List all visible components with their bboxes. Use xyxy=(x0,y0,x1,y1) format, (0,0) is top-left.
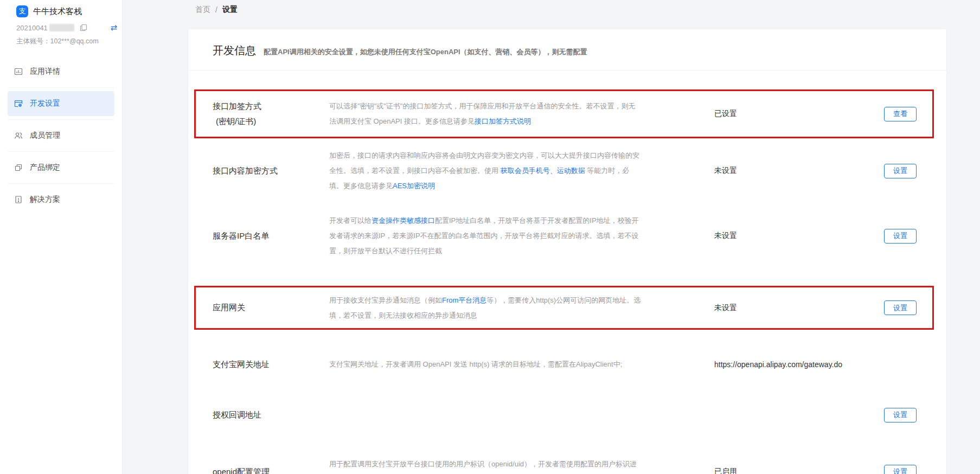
settings-row-auth-callback-url: 授权回调地址 设置 xyxy=(188,390,946,439)
inline-link[interactable]: AES加密说明 xyxy=(393,182,435,190)
row-label: 应用网关 xyxy=(213,300,329,316)
members-icon xyxy=(14,131,23,140)
alipay-logo-icon: 支 xyxy=(16,5,28,17)
sidebar-item-solutions[interactable]: 解决方案 xyxy=(8,183,114,212)
sidebar-item-product-binding[interactable]: 产品绑定 xyxy=(8,151,114,180)
product-binding-icon xyxy=(14,163,23,172)
settings-row-alipay-gateway-url: 支付宝网关地址 支付宝网关地址，开发者调用 OpenAPI 发送 http(s)… xyxy=(188,338,946,390)
row-label: 接口内容加密方式 xyxy=(213,163,329,179)
app-name: 牛牛技术客栈 xyxy=(33,7,82,17)
inline-link[interactable]: 资金操作类敏感接口 xyxy=(371,216,435,225)
breadcrumb-home[interactable]: 首页 xyxy=(195,5,210,15)
sidebar-menu: 应用详情 开发设置 成员管理 xyxy=(0,59,122,212)
inline-link[interactable]: 获取会员手机号、运动数据 xyxy=(501,166,585,175)
main-content: 首页 / 设置 开发信息 配置API调用相关的安全设置，如您未使用任何支付宝Op… xyxy=(123,0,980,474)
sidebar: 支 牛牛技术客栈 20210041 ⇄ 主体账号：102***@qq.com xyxy=(0,0,123,474)
row-status: 已设置 xyxy=(641,109,883,119)
app-id: 20210041 xyxy=(16,24,48,32)
set-button[interactable]: 设置 xyxy=(884,300,917,315)
app-details-icon xyxy=(14,67,23,76)
row-description: 支付宝网关地址，开发者调用 OpenAPI 发送 http(s) 请求的目标地址… xyxy=(329,357,641,372)
row-description: 可以选择"密钥"或"证书"的接口加签方式，用于保障应用和开放平台通信的安全性。若… xyxy=(329,99,641,129)
sidebar-item-label: 产品绑定 xyxy=(30,163,60,172)
gateway-url-value: https://openapi.alipay.com/gateway.do xyxy=(641,360,883,369)
settings-row-openid-config: openid配置管理 用于配置调用支付宝开放平台接口使用的用户标识（openid… xyxy=(188,439,946,474)
sidebar-item-label: 应用详情 xyxy=(30,67,60,76)
settings-row-content-encryption: 接口内容加密方式 加密后，接口的请求内容和响应内容将会由明文内容变为密文内容，可… xyxy=(188,138,946,203)
row-label: openid配置管理 xyxy=(213,464,329,474)
row-description: 用于配置调用支付宝开放平台接口使用的用户标识（openid/uid），开发者需使… xyxy=(329,457,641,474)
dev-settings-icon xyxy=(14,99,23,108)
row-label: 接口加签方式 (密钥/证书) xyxy=(213,99,329,130)
desc-text: 用于接收支付宝异步通知消息（例如 xyxy=(329,296,442,304)
censored-app-id-blur xyxy=(49,24,74,31)
desc-text: 用于配置调用支付宝开放平台接口使用的用户标识（openid/uid），开发者需使… xyxy=(329,460,637,474)
row-label: 支付宝网关地址 xyxy=(213,357,329,373)
row-status: 未设置 xyxy=(641,303,883,313)
dev-info-panel: 开发信息 配置API调用相关的安全设置，如您未使用任何支付宝OpenAPI（如支… xyxy=(188,29,946,474)
sidebar-item-dev-settings[interactable]: 开发设置 xyxy=(8,87,114,116)
row-description: 用于接收支付宝异步通知消息（例如From平台消息等），需要传入http(s)公网… xyxy=(329,293,641,323)
inline-link[interactable]: From平台消息 xyxy=(442,296,486,304)
switch-app-icon[interactable]: ⇄ xyxy=(110,23,117,33)
copy-icon[interactable] xyxy=(80,24,87,31)
account-label: 主体账号：102***@qq.com xyxy=(16,37,122,46)
desc-text: 支付宝网关地址，开发者调用 OpenAPI 发送 http(s) 请求的目标地址… xyxy=(329,360,622,368)
set-button[interactable]: 设置 xyxy=(884,164,917,178)
set-button[interactable]: 设置 xyxy=(884,408,917,422)
row-label: 服务器IP白名单 xyxy=(213,228,329,244)
set-button[interactable]: 设置 xyxy=(884,229,917,244)
row-status: 已启用 xyxy=(641,467,883,474)
panel-subtitle: 配置API调用相关的安全设置，如您未使用任何支付宝OpenAPI（如支付、营销、… xyxy=(264,47,587,57)
row-status: 未设置 xyxy=(641,231,883,241)
sidebar-item-app-details[interactable]: 应用详情 xyxy=(8,59,114,84)
row-status: 未设置 xyxy=(641,166,883,176)
breadcrumb: 首页 / 设置 xyxy=(195,3,980,16)
breadcrumb-separator: / xyxy=(215,5,217,14)
set-button[interactable]: 设置 xyxy=(884,465,917,474)
settings-row-app-gateway: 应用网关 用于接收支付宝异步通知消息（例如From平台消息等），需要传入http… xyxy=(188,286,946,330)
view-button[interactable]: 查看 xyxy=(884,107,917,121)
sidebar-item-label: 解决方案 xyxy=(30,195,60,204)
solutions-icon xyxy=(14,195,23,204)
breadcrumb-current: 设置 xyxy=(222,5,238,15)
settings-row-sign-method: 接口加签方式 (密钥/证书) 可以选择"密钥"或"证书"的接口加签方式，用于保障… xyxy=(188,89,946,138)
sidebar-item-members[interactable]: 成员管理 xyxy=(8,119,114,148)
panel-title: 开发信息 xyxy=(213,43,256,58)
row-description: 开发者可以给资金操作类敏感接口配置IP地址白名单，开放平台将基于开发者配置的IP… xyxy=(329,213,641,259)
sidebar-item-label: 开发设置 xyxy=(30,99,60,108)
sidebar-item-label: 成员管理 xyxy=(30,131,60,140)
row-description: 加密后，接口的请求内容和响应内容将会由明文内容变为密文内容，可以大大提升接口内容… xyxy=(329,148,641,194)
row-label: 授权回调地址 xyxy=(213,407,329,423)
inline-link[interactable]: 接口加签方式说明 xyxy=(475,117,531,125)
settings-row-ip-whitelist: 服务器IP白名单 开发者可以给资金操作类敏感接口配置IP地址白名单，开放平台将基… xyxy=(188,203,946,268)
desc-text: 开发者可以给 xyxy=(329,216,371,225)
